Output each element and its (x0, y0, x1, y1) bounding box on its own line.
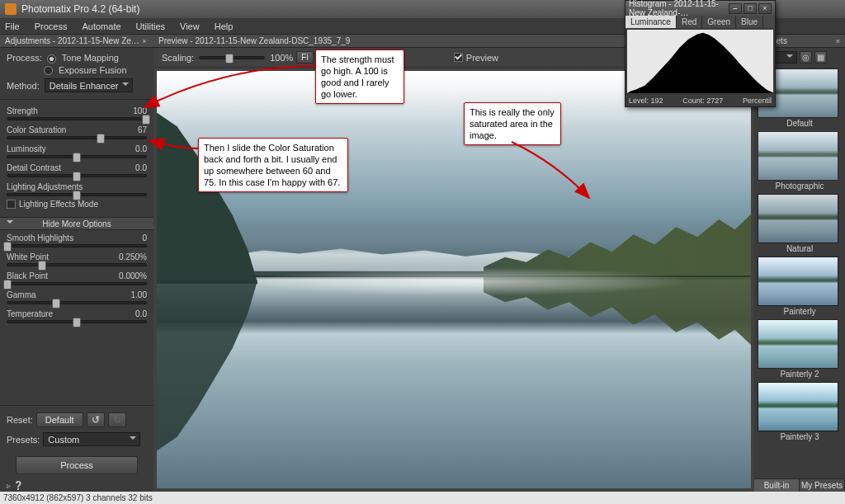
temperature-thumb[interactable] (73, 318, 81, 327)
menu-help[interactable]: Help (215, 21, 234, 31)
histogram-title: Histogram - 2012-11-15-New Zealand-… (629, 0, 729, 17)
preview-image[interactable] (157, 71, 751, 488)
redo-icon (113, 414, 121, 426)
presets-label: Presets: (7, 435, 40, 445)
lighting-adjustments-slider[interactable]: Lighting Adjustments (0, 179, 153, 198)
preset-caption: Default (758, 119, 842, 128)
color-saturation-slider[interactable]: Color Saturation67 (0, 122, 153, 141)
scaling-label: Scaling: (162, 53, 194, 63)
preset-thumb (758, 319, 838, 369)
black-point-label: Black Point (7, 271, 48, 280)
tone-mapping-label: Tone Mapping (62, 53, 119, 63)
tab-my-presets[interactable]: My Presets (800, 479, 845, 492)
luminosity-slider[interactable]: Luminosity0.0 (0, 141, 153, 160)
luminosity-value: 0.0 (135, 144, 147, 153)
preset-natural[interactable]: Natural (758, 194, 842, 253)
preset-caption: Painterly 2 (758, 370, 842, 379)
process-button-label: Process (60, 460, 93, 470)
smooth-highlights-thumb[interactable] (3, 242, 12, 252)
histogram-tabs: Luminance Red Green Blue (625, 16, 775, 28)
close-icon[interactable]: × (140, 37, 149, 45)
lighting-effects-mode-label: Lighting Effects Mode (19, 200, 98, 209)
tab-green[interactable]: Green (702, 16, 736, 28)
tab-luminance[interactable]: Luminance (625, 16, 677, 28)
presets-value: Custom (48, 435, 79, 445)
histogram-chart (627, 30, 773, 93)
temperature-slider[interactable]: Temperature0.0 (0, 306, 153, 325)
histogram-percentile: Percentil (743, 97, 772, 105)
menu-view[interactable]: View (180, 21, 200, 31)
default-button[interactable]: Default (36, 412, 83, 427)
menu-file[interactable]: File (5, 21, 20, 31)
tone-mapping-radio[interactable] (47, 53, 59, 64)
histogram-status: Level: 192 Count: 2727 Percentil (625, 95, 775, 106)
preset-photographic[interactable]: Photographic (758, 131, 842, 191)
method-dropdown[interactable]: Details Enhancer (45, 78, 133, 92)
color-saturation-value: 67 (138, 125, 147, 134)
redo-button[interactable] (108, 412, 126, 427)
gamma-thumb[interactable] (52, 299, 60, 309)
preset-caption: Natural (758, 244, 842, 253)
presets-dropdown[interactable]: Custom (43, 432, 140, 446)
adjustments-tab[interactable]: Adjustments - 2012-11-15-New Ze… × (0, 35, 153, 48)
detail-contrast-slider[interactable]: Detail Contrast0.0 (0, 160, 153, 179)
undo-button[interactable] (87, 412, 105, 427)
black-point-slider[interactable]: Black Point0.000% (0, 268, 153, 287)
menu-utilities[interactable]: Utilities (136, 21, 165, 31)
preset-painterly[interactable]: Painterly (758, 257, 842, 316)
close-icon[interactable]: × (836, 37, 840, 45)
tab-blue[interactable]: Blue (736, 16, 763, 28)
close-icon[interactable]: × (758, 3, 772, 14)
preset-tabbar: Built-in My Presets (754, 478, 845, 492)
exposure-fusion-radio[interactable] (44, 65, 55, 76)
color-saturation-label: Color Saturation (7, 125, 66, 134)
preset-thumb (758, 194, 838, 243)
maximize-icon[interactable]: □ (744, 3, 757, 14)
luminosity-thumb[interactable] (73, 153, 81, 163)
fit-button-label: Fi (301, 53, 308, 62)
scaling-slider[interactable] (199, 56, 265, 59)
preview-checkbox-label: Preview (466, 53, 498, 63)
process-button[interactable]: Process (16, 456, 138, 474)
tab-builtin[interactable]: Built-in (754, 479, 800, 492)
detail-contrast-label: Detail Contrast (7, 163, 61, 172)
gamma-slider[interactable]: Gamma1.00 (0, 287, 153, 306)
preset-caption: Painterly 3 (758, 432, 842, 441)
hide-more-options-header[interactable]: Hide More Options (0, 217, 153, 230)
preset-caption: Photographic (758, 181, 842, 191)
white-point-slider[interactable]: White Point0.250% (0, 249, 153, 268)
strength-slider[interactable]: Strength100 (0, 103, 153, 122)
strength-thumb[interactable] (142, 115, 150, 125)
black-point-value: 0.000% (119, 271, 147, 280)
preview-checkbox[interactable] (454, 53, 463, 62)
temperature-value: 0.0 (135, 309, 147, 318)
black-point-thumb[interactable] (3, 280, 12, 290)
menu-automate[interactable]: Automate (82, 21, 120, 31)
preset-thumb (758, 382, 838, 431)
status-text: 7360x4912 (862x597) 3 channels 32 bits (3, 493, 153, 502)
histogram-count: Count: 2727 (682, 97, 723, 105)
preset-painterly-2[interactable]: Painterly 2 (758, 319, 842, 379)
adjustments-tab-label: Adjustments - 2012-11-15-New Ze… (5, 36, 139, 45)
presets-target-button[interactable]: ◎ (800, 51, 812, 64)
color-saturation-thumb[interactable] (97, 134, 105, 144)
detail-contrast-thumb[interactable] (73, 172, 81, 181)
menu-process[interactable]: Process (35, 21, 68, 31)
minimize-icon[interactable]: ‒ (729, 3, 742, 14)
default-button-label: Default (45, 415, 74, 425)
lighting-effects-mode-checkbox[interactable] (7, 200, 16, 209)
help-icon[interactable]: ▹ ❔ (0, 479, 153, 492)
lighting-adjustments-thumb[interactable] (73, 191, 81, 200)
preset-painterly-3[interactable]: Painterly 3 (758, 382, 842, 441)
smooth-highlights-slider[interactable]: Smooth Highlights0 (0, 230, 153, 249)
preset-thumb (758, 257, 838, 306)
preset-caption: Painterly (758, 307, 842, 316)
fit-button[interactable]: Fi (296, 51, 313, 64)
method-label: Method: (7, 81, 40, 91)
histogram-titlebar[interactable]: Histogram - 2012-11-15-New Zealand-… ‒ □… (625, 1, 775, 16)
presets-grid-button[interactable]: ▦ (814, 51, 827, 64)
white-point-thumb[interactable] (38, 261, 46, 271)
histogram-window[interactable]: Histogram - 2012-11-15-New Zealand-… ‒ □… (625, 0, 776, 107)
tab-red[interactable]: Red (677, 16, 702, 28)
strength-label: Strength (7, 106, 38, 115)
